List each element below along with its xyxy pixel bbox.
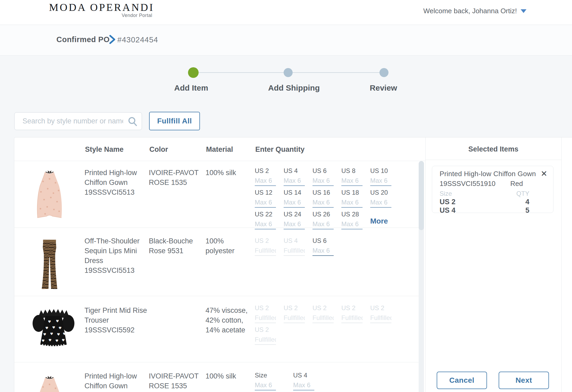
qty-input[interactable] <box>312 246 334 256</box>
breadcrumb-po-number: #43024454 <box>117 35 158 44</box>
qty-input-fulfilled <box>255 335 276 345</box>
column-header-quantity: Enter Quantity <box>255 145 305 154</box>
selected-item-color: Red <box>510 180 523 188</box>
product-thumbnail-cell <box>14 228 84 296</box>
qty-input-fulfilled <box>341 313 363 323</box>
qty-input[interactable] <box>312 176 334 186</box>
svg-text:♥: ♥ <box>55 339 59 343</box>
qty-input[interactable] <box>255 380 276 390</box>
size-label: US 24 <box>284 211 305 218</box>
product-thumbnail-cell <box>14 362 84 392</box>
style-name: Tiger Print Mid Rise Trouser <box>84 306 149 325</box>
portal-label: Vendor Portal <box>49 13 152 18</box>
step-dot-add-item <box>188 67 199 78</box>
svg-text:♥: ♥ <box>57 332 60 336</box>
size-label: US 2 <box>341 305 363 311</box>
table-row: Off-The-Shoulder Sequin Lips Mini Dress … <box>14 228 420 296</box>
svg-text:♥: ♥ <box>48 320 51 324</box>
selected-size-header: Size <box>440 190 452 197</box>
selected-item-style-number: 19SSSVCI551910 <box>440 180 495 188</box>
qty-input[interactable] <box>341 198 363 208</box>
size-label: US 16 <box>312 189 334 196</box>
size-label: US 2 <box>255 326 276 333</box>
size-label: US 14 <box>284 189 305 196</box>
qty-input[interactable] <box>284 198 305 208</box>
style-name: Off-The-Shoulder Sequin Lips Mini Dress <box>84 236 149 266</box>
fulfill-all-button[interactable]: Fullfill All <box>149 112 200 130</box>
product-image-tiger-trouser <box>41 239 58 291</box>
svg-text:♥: ♥ <box>45 326 48 330</box>
chevron-right-icon <box>108 35 116 44</box>
size-label: US 6 <box>312 237 334 244</box>
size-label: US 2 <box>312 305 334 311</box>
svg-text:♥: ♥ <box>62 338 65 342</box>
table-scrollbar-track[interactable] <box>419 161 424 392</box>
table-body: Printed High-low Chiffon Gown 19SSSVCI55… <box>14 161 420 392</box>
style-name-cell: Tiger Print Mid Rise Trouser 19SSSVCI559… <box>84 296 149 362</box>
style-number: 19SSSVCI5592 <box>84 325 149 335</box>
qty-input[interactable] <box>255 198 276 208</box>
svg-text:♥: ♥ <box>59 326 62 330</box>
qty-input-fulfilled <box>284 313 305 323</box>
selected-qty: 4 <box>525 198 529 206</box>
panel-divider <box>425 160 561 160</box>
quantity-cell: Size US 4 <box>255 362 420 392</box>
selected-item-card: Printed High-low Chiffon Gown ✕ 19SSSVCI… <box>432 166 553 213</box>
qty-input[interactable] <box>293 380 314 390</box>
svg-text:♥: ♥ <box>56 319 59 323</box>
quantity-cell: US 2 US 2 US 2 US 2 US 2 US 2 <box>255 296 420 362</box>
breadcrumb: Confirmed PO #43024454 <box>0 25 572 56</box>
qty-input-fulfilled <box>312 313 334 323</box>
table-scrollbar-thumb[interactable] <box>419 161 424 230</box>
account-menu[interactable]: Welcome back, Johanna Ortiz! <box>423 7 526 15</box>
cancel-button[interactable]: Cancel <box>437 372 487 389</box>
qty-input[interactable] <box>284 176 305 186</box>
more-sizes-link[interactable]: More <box>370 211 388 226</box>
color-cell: Black-Bouche Rose 9531 <box>149 228 205 296</box>
search-input[interactable] <box>15 113 142 130</box>
table-row: ♥♥ ♥♥♥ ♥♥♥♥ ♥♥♥♥ Tiger Print Mid Rise Tr… <box>14 296 420 362</box>
table-row: Printed High-low Chiffon Gown 19SSSVCI55… <box>14 362 420 392</box>
size-label: Size <box>255 372 276 379</box>
size-label: US 26 <box>312 211 334 218</box>
qty-input[interactable] <box>370 176 391 186</box>
size-label: US 12 <box>255 189 276 196</box>
qty-input[interactable] <box>370 198 391 208</box>
product-image-printed-gown <box>35 168 64 220</box>
size-label: US 28 <box>341 211 363 218</box>
breadcrumb-section[interactable]: Confirmed PO <box>56 35 110 44</box>
selected-items-panel: Selected Items Printed High-low Chiffon … <box>425 137 561 392</box>
qty-input-fulfilled <box>255 313 276 323</box>
size-label: US 2 <box>370 305 391 311</box>
style-name-cell: Off-The-Shoulder Sequin Lips Mini Dress … <box>84 228 149 296</box>
column-header-style-name: Style Name <box>85 145 124 154</box>
selected-item-name: Printed High-low Chiffon Gown <box>440 170 536 178</box>
vendor-portal-page: { "header": { "brand": "MODA OPERANDI", … <box>0 0 572 392</box>
material-cell: 100% polyester <box>205 228 255 296</box>
product-image-printed-gown <box>35 374 64 392</box>
size-label: US 18 <box>341 189 363 196</box>
style-name-cell: Printed High-low Chiffon Gown 19SSSVCI55… <box>84 161 149 228</box>
column-header-material: Material <box>206 145 233 154</box>
quantity-cell: US 2 US 4 US 6 <box>255 228 420 296</box>
next-button[interactable]: Next <box>499 372 549 389</box>
selected-size: US 2 <box>440 198 455 206</box>
qty-input[interactable] <box>255 176 276 186</box>
svg-text:♥: ♥ <box>52 326 55 329</box>
qty-input[interactable] <box>312 198 334 208</box>
svg-text:♥: ♥ <box>50 332 53 336</box>
step-dot-add-shipping <box>284 68 293 77</box>
step-label-add-shipping: Add Shipping <box>268 83 320 92</box>
qty-input[interactable] <box>341 176 363 186</box>
material-cell: 100% silk <box>205 161 255 228</box>
style-name: Printed High-low Chiffon Gown <box>84 371 149 391</box>
size-label: US 4 <box>284 237 305 244</box>
color-cell: IVOIRE-PAVOT ROSE 1535 <box>149 362 205 392</box>
search-box <box>14 112 142 130</box>
content-sheet: Style Name Color Material Enter Quantity <box>14 137 572 392</box>
selected-qty: 5 <box>525 206 529 214</box>
style-number: 19SSSVCI5513 <box>84 266 149 275</box>
svg-text:♥: ♥ <box>43 332 46 336</box>
close-icon[interactable]: ✕ <box>540 170 548 178</box>
step-label-review: Review <box>370 83 397 92</box>
